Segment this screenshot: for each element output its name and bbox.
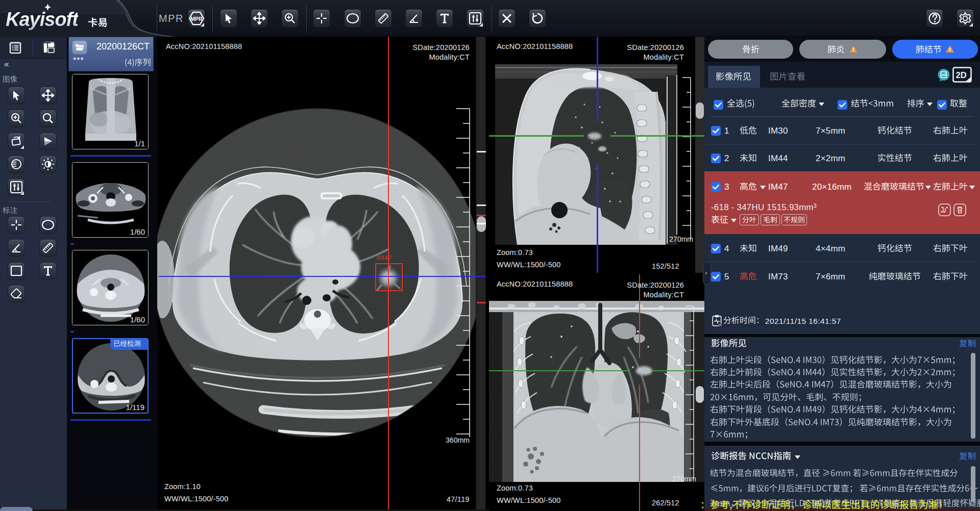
svg-text:270mm: 270mm (672, 475, 696, 483)
svg-text:2D: 2D (955, 70, 966, 80)
svg-text:MPR: MPR (190, 16, 203, 22)
svg-text:24: 24 (718, 323, 722, 326)
svg-text:270mm: 270mm (669, 235, 693, 243)
svg-text:360mm: 360mm (446, 436, 470, 444)
